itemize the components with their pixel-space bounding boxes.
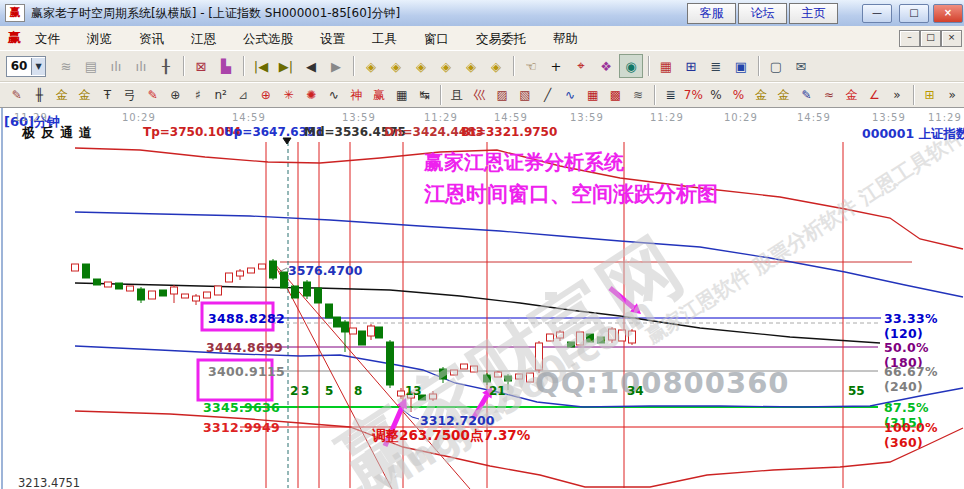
hexagon-icon[interactable]: ◈ <box>484 54 508 78</box>
bow-tool-icon[interactable]: 弓 <box>119 84 141 106</box>
period-select[interactable]: 60 ▼ <box>6 56 46 77</box>
time-label: 14:59 <box>797 112 831 123</box>
menu-item-8[interactable]: 交易委托 <box>476 31 526 46</box>
span-arrows-icon[interactable]: ↹ <box>414 84 436 106</box>
toolbar-main: 60 ▼ ≋▤ılıılı╂⊠▙|◀▶|◀▶◈◈◈◈◈◈☜+⌖❖◉▦⊞≣▣▢✉ <box>0 50 964 82</box>
window-title: 赢家老子时空周期系统[纵横版] - [上证指数 SH000001-85[60]分… <box>31 5 400 22</box>
time-square-icon[interactable]: ◈ <box>434 54 458 78</box>
menu-item-6[interactable]: 工具 <box>372 31 397 46</box>
wave-icon[interactable]: ∿ <box>323 84 345 106</box>
slant-line-icon[interactable]: ╱ <box>537 84 559 106</box>
next-bar-icon[interactable]: ▶ <box>324 54 348 78</box>
child-close-button[interactable]: × <box>941 30 962 47</box>
ying-icon[interactable]: 赢 <box>368 84 390 106</box>
gann-chart-icon[interactable]: ⊠ <box>189 54 213 78</box>
blue-pen-icon[interactable]: ✎ <box>796 84 818 106</box>
forum-button[interactable]: 论坛 <box>738 3 787 24</box>
angle-red-icon[interactable]: ∠ <box>864 84 886 106</box>
pointer-target-icon[interactable]: ⌖ <box>569 54 593 78</box>
save-icon[interactable]: ▣ <box>729 54 753 78</box>
menu-item-0[interactable]: 文件 <box>35 31 60 46</box>
hatch-icon[interactable]: ≋ <box>627 84 649 106</box>
capture-icon[interactable]: ▢ <box>764 54 788 78</box>
price-level-label: 3400.9115 <box>208 364 285 379</box>
zigzag-icon[interactable]: ∿ <box>559 84 581 106</box>
target-icon[interactable]: ⊕ <box>255 84 277 106</box>
menu-item-5[interactable]: 设置 <box>320 31 345 46</box>
percent-icon[interactable]: % <box>705 84 727 106</box>
menu-item-4[interactable]: 公式选股 <box>243 31 293 46</box>
first-page-icon[interactable]: |◀ <box>249 54 273 78</box>
home-button[interactable]: 主页 <box>789 3 838 24</box>
gate-icon[interactable]: 且 <box>446 84 468 106</box>
fib-count-label: 13 <box>405 384 422 398</box>
shade-box-icon[interactable]: ▨ <box>491 84 513 106</box>
wave-box-icon[interactable]: ≈ <box>818 84 840 106</box>
gold-grid-icon[interactable]: 金 <box>51 84 73 106</box>
menu-item-9[interactable]: 帮助 <box>553 31 578 46</box>
hand-icon[interactable]: ☜ <box>519 54 543 78</box>
toolbar-separator <box>758 56 760 76</box>
red-grid-icon[interactable]: ▦ <box>582 84 604 106</box>
grid-123-icon[interactable]: ▦ <box>391 84 413 106</box>
shen-icon[interactable]: 神 <box>346 84 368 106</box>
percent-line-icon[interactable]: % <box>728 84 750 106</box>
volume-chart-icon[interactable]: ▙ <box>214 54 238 78</box>
angle-icon[interactable]: ⊿ <box>232 84 254 106</box>
star-target-icon[interactable]: ✳ <box>278 84 300 106</box>
shade-box2-icon[interactable]: ▧ <box>514 84 536 106</box>
list-bars-icon[interactable]: ≣ <box>660 84 682 106</box>
send-icon[interactable]: ✉ <box>789 54 813 78</box>
bars-9-icon[interactable]: ılı <box>129 54 153 78</box>
brush-icon[interactable]: ✎ <box>6 84 28 106</box>
f-ruler-icon[interactable]: Ŧ <box>97 84 119 106</box>
gann-square-icon[interactable]: ◈ <box>359 54 383 78</box>
child-minimize-button[interactable]: – <box>899 30 920 47</box>
crosshair-icon[interactable]: + <box>544 54 568 78</box>
fib-count-label: 34 <box>627 384 644 398</box>
gann-wheel-icon[interactable]: ◈ <box>384 54 408 78</box>
bars-3-icon[interactable]: ılı <box>104 54 128 78</box>
child-restore-button[interactable]: □ <box>920 30 941 47</box>
candle-style-icon[interactable]: ╂ <box>154 54 178 78</box>
menu-item-3[interactable]: 江恩 <box>191 31 216 46</box>
gold-grid2-icon[interactable]: 金 <box>74 84 96 106</box>
hash-icon[interactable]: ♯ <box>187 84 209 106</box>
gold-red-icon[interactable]: 金 <box>841 84 863 106</box>
calendar-icon[interactable]: ▦ <box>654 54 678 78</box>
pattern-icon[interactable]: ≋ <box>54 54 78 78</box>
menu-item-2[interactable]: 资讯 <box>139 31 164 46</box>
compass-icon[interactable]: ⊕ <box>164 84 186 106</box>
grid-yellow-icon[interactable]: ⊞ <box>919 84 941 106</box>
memo-icon[interactable]: ≣ <box>704 54 728 78</box>
info-note-icon[interactable]: ▤ <box>79 54 103 78</box>
prev-bar-icon[interactable]: ◀ <box>299 54 323 78</box>
comb-grid-icon[interactable]: ╫ <box>29 84 51 106</box>
red-pen-icon[interactable]: ✎ <box>142 84 164 106</box>
restore-button[interactable]: □ <box>899 4 929 23</box>
calculator-icon[interactable]: ⊞ <box>679 54 703 78</box>
close-button[interactable]: × <box>933 4 963 23</box>
seven-pct-icon[interactable]: 7% <box>682 84 704 106</box>
minimize-button[interactable]: — <box>862 4 892 23</box>
n-square-icon[interactable]: n² <box>210 84 232 106</box>
festival-tool-icon[interactable]: ❖ <box>594 54 618 78</box>
gold-under-icon[interactable]: 金 <box>773 84 795 106</box>
chart-canvas[interactable]: 赢家财富网 www.yingjia360.com 赢家江恩软件 股票分析软件 江… <box>0 108 964 489</box>
price-level-label: 3488.8282 <box>208 311 285 326</box>
more-icon[interactable]: » <box>886 84 908 106</box>
fan-lines-icon[interactable]: 巛 <box>469 84 491 106</box>
gann-tools-icon[interactable]: ◉ <box>619 54 643 78</box>
red-grid2-icon[interactable]: ▩ <box>605 84 627 106</box>
gann-percent-label: 33.33%(120) <box>884 311 964 341</box>
last-page-icon[interactable]: ▶| <box>274 54 298 78</box>
wheel-target-icon[interactable]: ✺ <box>300 84 322 106</box>
service-button[interactable]: 客服 <box>687 3 736 24</box>
more2-icon[interactable]: » <box>941 84 963 106</box>
gold-circle-icon[interactable]: 金 <box>750 84 772 106</box>
menu-item-7[interactable]: 窗口 <box>424 31 449 46</box>
price-square-icon[interactable]: ◈ <box>409 54 433 78</box>
square-nine-icon[interactable]: ◈ <box>459 54 483 78</box>
menu-item-1[interactable]: 浏览 <box>87 31 112 46</box>
time-label: 11:29 <box>650 112 684 123</box>
